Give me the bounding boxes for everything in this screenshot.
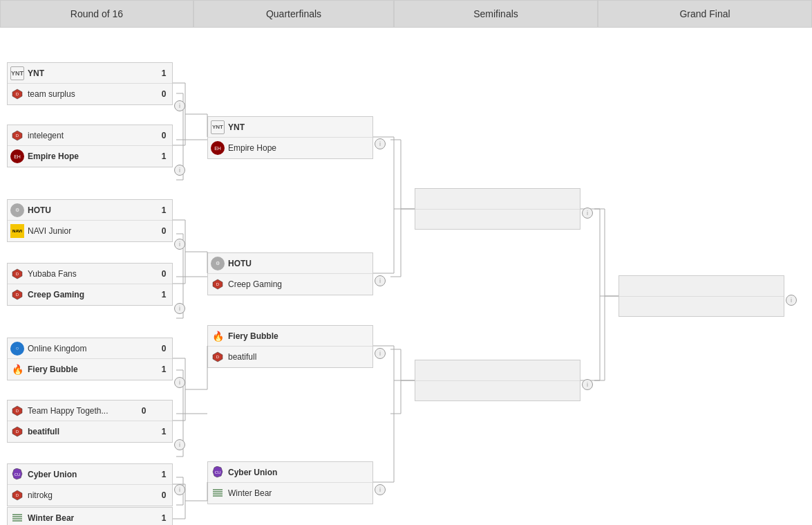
team-name: YNT: [228, 122, 370, 132]
team-name: team surplus: [28, 89, 158, 99]
team-name: Yubaba Fans: [28, 269, 158, 279]
team-name: HOTU: [228, 259, 370, 268]
info-qf-1[interactable]: i: [375, 138, 386, 149]
match-row-team1: ○ Online Kingdom 0: [8, 338, 172, 359]
header-r16: Round of 16: [0, 0, 193, 28]
match-row-team1: CU Cyber Union 1: [8, 464, 172, 485]
team-score: 1: [158, 205, 169, 215]
team-name: HOTU: [28, 205, 158, 215]
team-logo-hotu: ⚙: [211, 257, 225, 270]
match-sf-1: [415, 188, 580, 230]
team-score: 0: [158, 89, 169, 99]
team-name: nitrokg: [28, 490, 158, 500]
team-logo-cyber: CU: [10, 468, 24, 481]
team-logo-dota: D: [10, 425, 24, 439]
team-logo-cyber: CU: [211, 466, 225, 479]
match-qf-2: ⚙ HOTU D Creep Gaming: [207, 252, 373, 295]
team-logo-navi: NAVI: [10, 224, 24, 238]
match-row-team2: 🔥 Fiery Bubble 1: [8, 359, 172, 380]
match-row-team2: D Creep Gaming 1: [8, 284, 172, 305]
info-qf-3[interactable]: i: [375, 348, 386, 359]
team-score: 0: [158, 344, 169, 353]
match-row-team2: D team surplus 0: [8, 84, 172, 104]
match-row-team2: EH Empire Hope: [208, 138, 372, 158]
match-gf-1: [619, 275, 784, 317]
team-score: 0: [158, 269, 169, 279]
team-name: Online Kingdom: [28, 344, 158, 353]
team-logo-empirehope: EH: [211, 141, 225, 155]
team-score: 1: [158, 427, 169, 436]
team-name: Empire Hope: [228, 143, 370, 153]
match-r16-1: YNT YNT 1 D team surplus 0: [7, 62, 173, 105]
match-r16-8: Winter Bear 1 D joking around 0: [7, 507, 173, 525]
info-r16-6[interactable]: i: [174, 439, 185, 450]
team-logo-dota: D: [10, 404, 24, 418]
match-qf-1: YNT YNT EH Empire Hope: [207, 116, 373, 159]
info-r16-3[interactable]: i: [174, 239, 185, 250]
team-logo-online: ○: [10, 342, 24, 356]
match-row-team2: D nitrokg 0: [8, 485, 172, 506]
team-name: Cyber Union: [228, 468, 370, 477]
svg-text:D: D: [216, 355, 220, 359]
team-logo-dota: D: [211, 350, 225, 364]
info-gf-1[interactable]: i: [786, 295, 797, 306]
info-qf-2[interactable]: i: [375, 275, 386, 286]
match-qf-4: CU Cyber Union Winter Bear: [207, 461, 373, 504]
info-r16-1[interactable]: i: [174, 100, 185, 111]
svg-text:CU: CU: [15, 472, 21, 477]
team-name: YNT: [28, 68, 158, 78]
match-row-team1: D Yubaba Fans 0: [8, 264, 172, 284]
info-r16-5[interactable]: i: [174, 377, 185, 388]
team-name: beatifull: [28, 427, 158, 436]
team-name: NAVI Junior: [28, 226, 158, 236]
team-name: Empire Hope: [28, 151, 158, 161]
info-sf-2[interactable]: i: [582, 379, 593, 390]
info-r16-7[interactable]: i: [174, 484, 185, 495]
match-row-team1: YNT YNT 1: [8, 63, 172, 84]
team-score: 1: [158, 290, 169, 300]
match-row-team1: 🔥 Fiery Bubble: [208, 326, 372, 347]
match-sf-2: [415, 360, 580, 401]
match-row-team2: D beatifull 1: [8, 421, 172, 442]
match-r16-7: CU Cyber Union 1 D nitrokg 0: [7, 463, 173, 506]
header-gf: Grand Final: [598, 0, 812, 28]
team-score: 1: [158, 151, 169, 161]
svg-text:D: D: [16, 493, 19, 497]
team-score: 1: [158, 513, 169, 523]
info-r16-4[interactable]: i: [174, 303, 185, 314]
team-logo-dota: D: [10, 488, 24, 502]
team-score: 1: [158, 365, 169, 374]
info-r16-2[interactable]: i: [174, 165, 185, 176]
match-row-team1: ⚙ HOTU: [208, 253, 372, 274]
team-name: intelegent: [28, 131, 158, 140]
svg-text:D: D: [16, 133, 19, 138]
team-logo-dota: D: [10, 267, 24, 281]
team-score: 0: [158, 131, 169, 140]
team-name: Cyber Union: [28, 470, 158, 479]
svg-text:D: D: [216, 282, 220, 286]
match-r16-4: D Yubaba Fans 0 D Creep Gaming 1: [7, 263, 173, 306]
team-score: 0: [138, 406, 149, 416]
svg-text:D: D: [16, 272, 19, 276]
svg-text:D: D: [16, 430, 19, 434]
team-logo-dota: D: [10, 87, 24, 101]
team-name: Winter Bear: [228, 488, 370, 498]
team-logo-fiery: 🔥: [211, 329, 225, 343]
team-logo-winterbear: [10, 511, 24, 525]
team-logo-winterbear: [211, 486, 225, 500]
team-score: 1: [158, 470, 169, 479]
svg-text:CU: CU: [215, 470, 221, 475]
team-logo-dota: D: [10, 288, 24, 302]
team-name: Creep Gaming: [28, 290, 158, 300]
match-qf-3: 🔥 Fiery Bubble D beatifull: [207, 325, 373, 368]
team-logo-dota: D: [10, 129, 24, 142]
svg-text:D: D: [16, 92, 19, 96]
match-row-team2: NAVI NAVI Junior 0: [8, 221, 172, 241]
team-name: beatifull: [228, 352, 370, 362]
header-qf: Quarterfinals: [193, 0, 394, 28]
svg-text:D: D: [16, 293, 19, 297]
svg-text:D: D: [16, 409, 19, 413]
match-row-team2: Winter Bear: [208, 483, 372, 504]
info-sf-1[interactable]: i: [582, 208, 593, 219]
info-qf-4[interactable]: i: [375, 484, 386, 495]
